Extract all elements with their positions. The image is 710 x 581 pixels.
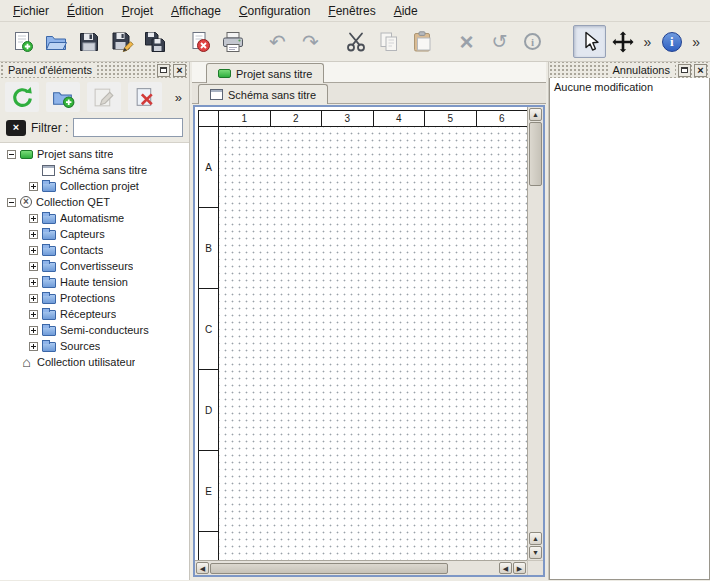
vertical-scroll-thumb[interactable] xyxy=(529,122,542,186)
tree-item-schema-sans-titre[interactable]: Schéma sans titre xyxy=(0,162,189,178)
expand-icon[interactable] xyxy=(29,294,38,303)
horizontal-scrollbar[interactable] xyxy=(195,560,527,575)
folder-icon xyxy=(42,182,56,192)
menu-fenetres[interactable]: Fenêtres xyxy=(319,1,384,21)
tab-projet-sans-titre[interactable]: Projet sans titre xyxy=(206,63,324,83)
info-button[interactable] xyxy=(516,25,549,58)
tree-item-label: Récepteurs xyxy=(60,308,116,320)
filter-row: Filtrer : xyxy=(0,114,189,142)
tree-item-projet-sans-titre[interactable]: Projet sans titre xyxy=(0,146,189,162)
print-button[interactable] xyxy=(216,25,249,58)
tree-item-haute-tension[interactable]: Haute tension xyxy=(0,274,189,290)
toolbar-overflow-button-2[interactable]: » xyxy=(688,34,704,50)
project-icon xyxy=(20,150,33,159)
about-qet-button[interactable] xyxy=(655,25,688,58)
save-all-button[interactable] xyxy=(138,25,171,58)
expand-icon[interactable] xyxy=(29,262,38,271)
tree-item-contacts[interactable]: Contacts xyxy=(0,242,189,258)
clear-filter-button[interactable] xyxy=(6,120,26,136)
expand-icon[interactable] xyxy=(29,230,38,239)
paste-button[interactable] xyxy=(405,25,438,58)
expand-icon[interactable] xyxy=(29,326,38,335)
menu-affichage[interactable]: Affichage xyxy=(162,1,230,21)
close-file-button[interactable] xyxy=(183,25,216,58)
tree-item-capteurs[interactable]: Capteurs xyxy=(0,226,189,242)
float-panel-button[interactable] xyxy=(678,64,691,77)
float-icon xyxy=(160,67,167,73)
new-element-button[interactable] xyxy=(46,82,80,112)
copy-button[interactable] xyxy=(372,25,405,58)
scroll-right-button[interactable] xyxy=(513,562,526,574)
save-button[interactable] xyxy=(72,25,105,58)
schema-canvas[interactable]: 1 2 3 4 5 6 A B C D E xyxy=(195,107,527,560)
scrollbar-corner xyxy=(527,560,543,575)
tree-item-collection-qet[interactable]: Collection QET xyxy=(0,194,189,210)
scroll-up-button-bottom[interactable] xyxy=(529,532,542,545)
menu-edition[interactable]: Édition xyxy=(58,1,113,21)
expand-icon[interactable] xyxy=(29,246,38,255)
expand-icon[interactable] xyxy=(29,214,38,223)
project-tabbar: Projet sans titre xyxy=(192,62,546,83)
scroll-up-button[interactable] xyxy=(529,108,542,121)
undo-history-list[interactable]: Aucune modification xyxy=(549,78,710,580)
dot-grid[interactable] xyxy=(219,127,527,560)
horizontal-scroll-thumb[interactable] xyxy=(210,563,448,574)
delete-button[interactable] xyxy=(450,25,483,58)
tree-item-recepteurs[interactable]: Récepteurs xyxy=(0,306,189,322)
delete-element-button[interactable] xyxy=(128,82,162,112)
collapse-icon[interactable] xyxy=(7,198,16,207)
reload-collections-button[interactable] xyxy=(5,82,39,112)
menu-aide[interactable]: Aide xyxy=(385,1,427,21)
panel-overflow-button[interactable]: » xyxy=(175,90,184,105)
new-document-button[interactable] xyxy=(6,25,39,58)
undo-panel-titlebar[interactable]: Annulations xyxy=(549,62,710,78)
tree-item-convertisseurs[interactable]: Convertisseurs xyxy=(0,258,189,274)
scroll-left-button[interactable] xyxy=(196,562,209,574)
toolbar-overflow-button[interactable]: » xyxy=(639,34,655,50)
tree-item-label: Protections xyxy=(60,292,115,304)
tree-item-label: Collection QET xyxy=(36,196,110,208)
expand-icon[interactable] xyxy=(29,182,38,191)
expand-icon[interactable] xyxy=(29,342,38,351)
elements-panel-titlebar[interactable]: Panel d'éléments xyxy=(0,62,189,78)
titlebar-grip[interactable] xyxy=(552,62,605,78)
close-panel-button[interactable] xyxy=(173,64,186,77)
move-view-button[interactable] xyxy=(606,25,639,58)
tree-item-automatisme[interactable]: Automatisme xyxy=(0,210,189,226)
expand-icon[interactable] xyxy=(29,278,38,287)
tree-item-label: Schéma sans titre xyxy=(59,164,147,176)
column-header: 1 2 3 4 5 6 xyxy=(198,110,527,127)
close-panel-button[interactable] xyxy=(694,64,707,77)
menu-fichier[interactable]: Fichier xyxy=(4,1,58,21)
tree-item-collection-projet[interactable]: Collection projet xyxy=(0,178,189,194)
float-panel-button[interactable] xyxy=(157,64,170,77)
tree-item-semi-conducteurs[interactable]: Semi-conducteurs xyxy=(0,322,189,338)
select-pointer-button[interactable] xyxy=(573,25,606,58)
tree-item-protections[interactable]: Protections xyxy=(0,290,189,306)
collapse-icon[interactable] xyxy=(7,150,16,159)
tree-item-collection-utilisateur[interactable]: Collection utilisateur xyxy=(0,354,189,370)
scroll-left-button-right[interactable] xyxy=(499,562,512,574)
edit-element-button[interactable] xyxy=(87,82,121,112)
open-file-button[interactable] xyxy=(39,25,72,58)
redo-button[interactable] xyxy=(294,25,327,58)
undo-button[interactable] xyxy=(261,25,294,58)
filter-label: Filtrer : xyxy=(31,121,68,135)
titlebar-grip[interactable] xyxy=(100,62,154,78)
rotate-icon xyxy=(492,32,508,51)
tab-schema-sans-titre[interactable]: Schéma sans titre xyxy=(198,84,328,104)
scroll-down-button[interactable] xyxy=(529,546,542,559)
tree-item-sources[interactable]: Sources xyxy=(0,338,189,354)
menu-configuration[interactable]: Configuration xyxy=(230,1,319,21)
menu-bar: Fichier Édition Projet Affichage Configu… xyxy=(0,0,710,22)
rotate-button[interactable] xyxy=(483,25,516,58)
expand-icon[interactable] xyxy=(29,310,38,319)
vertical-scrollbar[interactable] xyxy=(527,107,543,560)
menu-projet[interactable]: Projet xyxy=(113,1,162,21)
column-label: 1 xyxy=(219,111,271,126)
row-label: E xyxy=(199,451,218,532)
row-label: A xyxy=(199,127,218,208)
save-as-button[interactable] xyxy=(105,25,138,58)
filter-input[interactable] xyxy=(73,118,183,137)
cut-button[interactable] xyxy=(339,25,372,58)
